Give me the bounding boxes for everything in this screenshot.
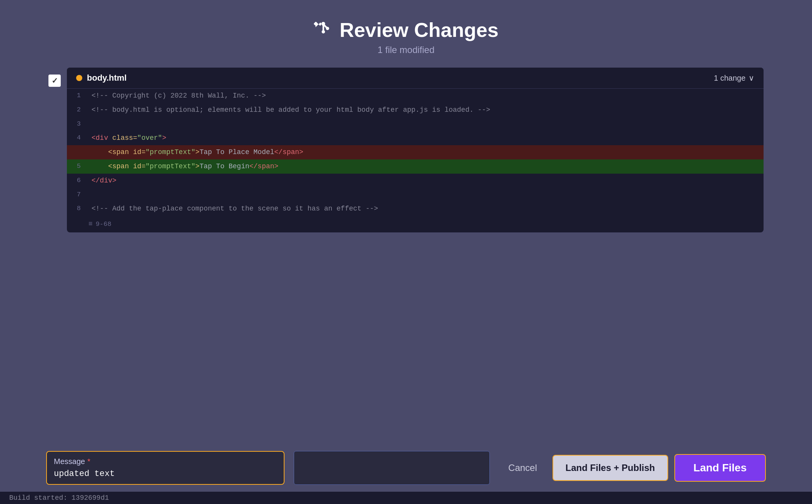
code-line-4: 4 <div class="over"> (67, 131, 764, 145)
code-diff: 1 <!-- Copyright (c) 2022 8th Wall, Inc.… (67, 89, 764, 232)
message-field-container: Message * (46, 451, 285, 485)
page-header: Review Changes 1 file modified (313, 0, 498, 55)
main-content: ✓ body.html 1 change ∨ 1 < (48, 68, 764, 504)
land-files-publish-button[interactable]: Land Files + Publish (552, 455, 668, 481)
code-line-2: 2 <!-- body.html is optional; elements w… (67, 103, 764, 117)
message-input[interactable] (54, 469, 277, 479)
code-line-ellipsis: ≡ 9-68 (67, 216, 764, 232)
message-label: Message (54, 457, 85, 466)
commit-description-input[interactable] (301, 458, 483, 476)
file-panel: ✓ body.html 1 change ∨ 1 < (48, 68, 764, 232)
message-label-row: Message * (54, 457, 277, 466)
diff-container: body.html 1 change ∨ 1 <!-- Copyright (c… (67, 68, 764, 232)
code-line-1: 1 <!-- Copyright (c) 2022 8th Wall, Inc.… (67, 89, 764, 103)
file-name: body.html (87, 73, 126, 83)
diff-header-right: 1 change ∨ (714, 73, 754, 83)
ellipsis-range: 9-68 (96, 219, 111, 229)
code-line-5-added: 5 <span id="promptText">Tap To Begin</sp… (67, 159, 764, 174)
page-title: Review Changes (339, 18, 498, 41)
bottom-row: Message * Cancel Land Files + Publish La… (0, 451, 812, 485)
chevron-down-icon[interactable]: ∨ (749, 73, 754, 83)
code-line-3: 3 (67, 117, 764, 131)
ellipsis-expand-icon[interactable]: ≡ (88, 219, 93, 230)
code-line-6: 6 </div> (67, 174, 764, 188)
git-icon (313, 18, 333, 41)
code-line-removed: <span id="promptText">Tap To Place Model… (67, 145, 764, 159)
required-indicator: * (87, 457, 90, 466)
checkmark-icon: ✓ (52, 76, 58, 85)
large-input-container (294, 451, 490, 485)
code-line-8: 8 <!-- Add the tap-place component to th… (67, 202, 764, 216)
diff-header: body.html 1 change ∨ (67, 68, 764, 89)
cancel-button[interactable]: Cancel (499, 456, 546, 479)
code-line-7: 7 (67, 188, 764, 202)
status-text: Build started: 1392699d1 (9, 494, 109, 502)
diff-header-left: body.html (76, 73, 126, 83)
file-checkbox[interactable]: ✓ (48, 75, 61, 87)
page-subtitle: 1 file modified (378, 45, 434, 55)
change-count: 1 change (714, 74, 745, 83)
action-buttons: Cancel Land Files + Publish Land Files (499, 454, 766, 482)
file-modified-dot (76, 75, 82, 81)
land-files-button[interactable]: Land Files (674, 454, 766, 482)
status-bar: Build started: 1392699d1 (0, 492, 812, 504)
